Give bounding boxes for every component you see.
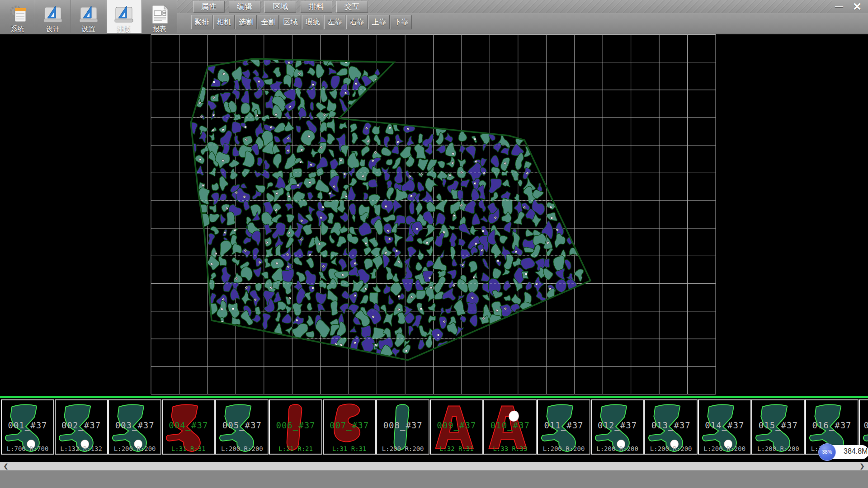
- scroll-left-arrow-icon[interactable]: ❮: [0, 462, 12, 470]
- main-button-5[interactable]: 报表: [142, 0, 177, 33]
- scroll-right-arrow-icon[interactable]: ❯: [856, 462, 868, 470]
- close-button[interactable]: ✕: [848, 0, 866, 13]
- report-doc-icon: [150, 5, 170, 24]
- part-shape: [645, 400, 697, 454]
- menu-tab-1[interactable]: 属性: [193, 1, 225, 13]
- titlebar: 系统设计设置排版报表 属性编辑区域排料交互 聚排相机选割全割区域瑕疵左靠右靠上靠…: [0, 0, 868, 34]
- menu-tab-4[interactable]: 排料: [301, 1, 332, 13]
- menu-tab-3[interactable]: 区域: [264, 1, 296, 13]
- part-shape: [431, 400, 482, 454]
- settings-ruler-icon: [79, 5, 99, 24]
- thumbnail-strip: 001_#37L:700 R:700002_#37L:132 R:132003_…: [0, 398, 868, 455]
- tool-button-6[interactable]: 瑕疵: [302, 15, 323, 29]
- tool-button-8[interactable]: 右靠: [346, 15, 368, 29]
- main-button-label: 排版: [117, 25, 131, 33]
- part-shape: [109, 400, 160, 454]
- part-shape: [270, 400, 321, 454]
- nesting-canvas[interactable]: [0, 34, 868, 396]
- bottom-gray-bar: [0, 470, 868, 488]
- main-button-label: 系统: [11, 25, 24, 33]
- memory-usage-badge[interactable]: 384.8M 38%: [818, 443, 868, 461]
- menu-tab-5[interactable]: 交互: [336, 1, 368, 13]
- thumbnail-part-12[interactable]: 012_#37L:200 R:200: [591, 399, 644, 455]
- part-shape: [56, 400, 107, 454]
- tool-button-5[interactable]: 区域: [280, 15, 301, 29]
- thumbnail-part-1[interactable]: 001_#37L:700 R:700: [1, 399, 54, 455]
- thumbnail-part-9[interactable]: 009_#37L:32 R:31: [430, 399, 483, 455]
- minimize-button[interactable]: —: [832, 2, 846, 12]
- tool-button-3[interactable]: 选割: [236, 15, 257, 29]
- thumbnail-part-14[interactable]: 014_#37L:200 R:200: [698, 399, 751, 455]
- thumbnail-part-4[interactable]: 004_#37L:31 R:31: [162, 399, 215, 455]
- tool-button-10[interactable]: 下靠: [391, 15, 412, 29]
- memory-percent-circle: 38%: [818, 443, 836, 461]
- thumbnail-part-2[interactable]: 002_#37L:132 R:132: [55, 399, 108, 455]
- nested-pieces: [188, 53, 584, 357]
- part-shape: [752, 400, 804, 454]
- part-shape: [216, 400, 268, 454]
- main-button-label: 设计: [46, 25, 60, 33]
- thumbnail-part-7[interactable]: 007_#37L:31 R:31: [323, 399, 376, 455]
- system-gear-icon: [8, 5, 28, 24]
- design-ruler-icon: [43, 5, 63, 24]
- thumbnail-part-15[interactable]: 015_#37L:200 R:200: [751, 399, 805, 455]
- memory-size-value: 384.8M: [844, 447, 868, 455]
- tool-button-9[interactable]: 上靠: [368, 15, 390, 29]
- thumbnail-part-5[interactable]: 005_#37L:200 R:200: [215, 399, 269, 455]
- main-button-4[interactable]: 排版: [107, 0, 142, 33]
- tool-button-2[interactable]: 相机: [213, 15, 235, 29]
- part-shape: [592, 400, 643, 454]
- strip-lower-gap: [0, 455, 868, 462]
- part-shape: [377, 400, 429, 454]
- main-button-label: 报表: [153, 25, 166, 33]
- main-button-1[interactable]: 系统: [0, 0, 35, 33]
- tool-button-7[interactable]: 左靠: [324, 15, 345, 29]
- part-shape: [2, 400, 53, 454]
- nest-svg[interactable]: [0, 34, 868, 396]
- horizontal-scrollbar[interactable]: ❮ ❯: [0, 462, 868, 470]
- main-button-3[interactable]: 设置: [71, 0, 106, 33]
- thumbnail-part-8[interactable]: 008_#37L:200 R:200: [376, 399, 429, 455]
- thumbnail-part-11[interactable]: 011_#37L:200 R:200: [537, 399, 590, 455]
- nesting-ruler-icon: [114, 5, 134, 24]
- part-shape: [484, 400, 536, 454]
- thumbnail-part-13[interactable]: 013_#37L:200 R:200: [644, 399, 698, 455]
- main-button-label: 设置: [82, 25, 95, 33]
- thumbnail-part-3[interactable]: 003_#37L:200 R:200: [108, 399, 161, 455]
- thumbnail-part-6[interactable]: 006_#37L:21 R:21: [269, 399, 322, 455]
- part-shape: [163, 400, 214, 454]
- menu-tab-2[interactable]: 编辑: [229, 1, 260, 13]
- main-button-2[interactable]: 设计: [36, 0, 71, 33]
- part-shape: [538, 400, 590, 454]
- part-shape: [324, 400, 375, 454]
- tool-button-1[interactable]: 聚排: [191, 15, 212, 29]
- part-shape: [699, 400, 750, 454]
- tool-button-4[interactable]: 全割: [258, 15, 279, 29]
- thumbnail-part-10[interactable]: 010_#37L:33 R:33: [483, 399, 537, 455]
